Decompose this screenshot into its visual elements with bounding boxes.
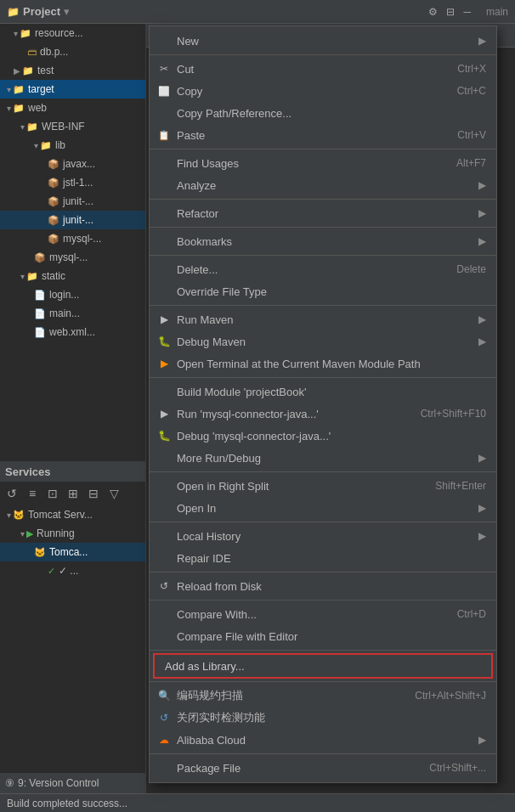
menu-sep-4 [150, 227, 496, 228]
menu-item-analyze[interactable]: Analyze ▶ [150, 174, 496, 196]
context-menu: New ▶ ✂ Cut Ctrl+X ⬜ Copy Ctrl+C Copy Pa… [149, 25, 497, 783]
menu-label-refactor: Refactor [177, 207, 218, 220]
vc-bar[interactable]: ⑨ 9: Version Control [0, 773, 146, 793]
services-label-tomcat: Tomcat Serv... [28, 509, 93, 521]
tree-label-webxml: web.xml... [49, 326, 95, 338]
menu-label-cut: Cut [177, 63, 194, 76]
tree-item-lib[interactable]: ▾ 📁 lib [0, 136, 145, 155]
shortcut-paste: Ctrl+V [457, 129, 486, 141]
menu-label-compare-editor: Compare File with Editor [177, 630, 297, 643]
collapse-icon[interactable]: ─ [463, 6, 471, 18]
menu-item-build-module[interactable]: Build Module 'projectBook' [150, 381, 496, 403]
services-add-icon[interactable]: ⊞ [65, 485, 82, 502]
menu-item-copy-path[interactable]: Copy Path/Reference... [150, 102, 496, 124]
menu-item-more-run[interactable]: More Run/Debug ▶ [150, 447, 496, 469]
menu-item-realtime-detect[interactable]: ↺ 关闭实时检测功能 [150, 707, 496, 729]
menu-item-debug-mysql[interactable]: 🐛 Debug 'mysql-connector-java...' [150, 425, 496, 447]
menu-item-coding-scan[interactable]: 🔍 编码规约扫描 Ctrl+Alt+Shift+J [150, 685, 496, 707]
services-tree-item-check[interactable]: ✓ ✓ ... [0, 561, 145, 580]
running-icon: ▶ [26, 528, 33, 539]
terminal-icon: ▶ [156, 356, 172, 371]
tree-item-mysql2[interactable]: 📦 mysql-... [0, 248, 145, 267]
tree-item-webinf[interactable]: ▾ 📁 WEB-INF [0, 117, 145, 136]
debug-maven-icon: 🐛 [156, 334, 172, 349]
coding-scan-icon: 🔍 [156, 688, 172, 703]
tree-label-main2: main... [49, 307, 80, 319]
services-remove-icon[interactable]: ⊟ [85, 485, 102, 502]
copy-icon: ⬜ [156, 83, 172, 99]
tree-item-login[interactable]: 📄 login... [0, 285, 145, 304]
dropdown-arrow[interactable]: ▾ [64, 5, 70, 18]
menu-label-more-run: More Run/Debug [177, 452, 261, 465]
menu-item-local-history[interactable]: Local History ▶ [150, 525, 496, 547]
arrow-more-run: ▶ [478, 452, 486, 464]
services-tree-item-running[interactable]: ▾ ▶ Running [0, 524, 145, 543]
jar-icon-javax: 📦 [48, 159, 59, 170]
menu-item-delete[interactable]: Delete... Delete [150, 258, 496, 280]
tree-item-junit2[interactable]: 📦 junit-... [0, 211, 145, 229]
menu-item-run-mysql[interactable]: ▶ Run 'mysql-connector-java...' Ctrl+Shi… [150, 403, 496, 425]
run-maven-icon: ▶ [156, 312, 172, 327]
menu-label-add-library: Add as Library... [165, 660, 245, 673]
tree-item-mysql1[interactable]: 📦 mysql-... [0, 229, 145, 248]
services-filter-icon[interactable]: ▽ [105, 485, 122, 502]
tree-item-web[interactable]: ▾ 📁 web [0, 99, 145, 117]
jar-icon-junit2: 📦 [48, 215, 59, 226]
shortcut-find-usages: Alt+F7 [456, 157, 486, 169]
tree-item-dbp[interactable]: 🗃 db.p... [0, 42, 145, 61]
status-bar: Build completed success... [0, 793, 515, 812]
tree-item-main2[interactable]: 📄 main... [0, 304, 145, 323]
menu-item-bookmarks[interactable]: Bookmarks ▶ [150, 230, 496, 252]
services-tree-item-tomca-instance[interactable]: 🐱 Tomca... [0, 543, 145, 561]
folder-icon-test: 📁 [22, 65, 34, 76]
tree-label-jstl: jstl-1... [63, 177, 93, 189]
menu-item-reload-disk[interactable]: ↺ Reload from Disk [150, 575, 496, 597]
jar-icon-mysql2: 📦 [34, 252, 46, 263]
menu-item-debug-maven[interactable]: 🐛 Debug Maven ▶ [150, 330, 496, 352]
tree-item-target[interactable]: ▾ 📁 target [0, 80, 145, 99]
menu-item-alibaba-cloud[interactable]: ☁ Alibaba Cloud ▶ [150, 729, 496, 751]
tree-label-login: login... [49, 289, 79, 301]
menu-item-run-maven[interactable]: ▶ Run Maven ▶ [150, 308, 496, 330]
tree-item-test[interactable]: ▶ 📁 test [0, 61, 145, 80]
filter-icon[interactable]: ⚙ [428, 6, 438, 18]
menu-item-open-in[interactable]: Open In ▶ [150, 497, 496, 519]
check-icon: ✓ [48, 566, 55, 577]
menu-label-local-history: Local History [177, 530, 241, 543]
menu-item-cut[interactable]: ✂ Cut Ctrl+X [150, 58, 496, 80]
layout-icon[interactable]: ⊟ [446, 6, 455, 18]
menu-item-override-file-type[interactable]: Override File Type [150, 280, 496, 302]
services-refresh-icon[interactable]: ↺ [3, 485, 20, 502]
tree-item-javax[interactable]: 📦 javax... [0, 155, 145, 173]
services-menu-icon[interactable]: ≡ [24, 485, 41, 502]
menu-sep-11 [150, 600, 496, 601]
menu-item-compare-editor[interactable]: Compare File with Editor [150, 625, 496, 647]
tree-item-jstl[interactable]: 📦 jstl-1... [0, 173, 145, 192]
menu-item-find-usages[interactable]: Find Usages Alt+F7 [150, 152, 496, 174]
shortcut-compare-with: Ctrl+D [457, 608, 486, 620]
cut-icon: ✂ [156, 61, 172, 76]
menu-item-open-terminal[interactable]: ▶ Open Terminal at the Current Maven Mod… [150, 352, 496, 375]
menu-item-copy[interactable]: ⬜ Copy Ctrl+C [150, 80, 496, 102]
menu-item-package-file[interactable]: Package File Ctrl+Shift+... [150, 757, 496, 779]
menu-item-open-right-split[interactable]: Open in Right Split Shift+Enter [150, 475, 496, 497]
menu-item-refactor[interactable]: Refactor ▶ [150, 202, 496, 224]
shortcut-package-file: Ctrl+Shift+... [429, 762, 486, 774]
menu-item-compare-with[interactable]: Compare With... Ctrl+D [150, 603, 496, 625]
menu-item-repair-ide[interactable]: Repair IDE [150, 547, 496, 569]
services-tree-item-tomcat[interactable]: ▾ 🐱 Tomcat Serv... [0, 505, 145, 524]
shortcut-cut: Ctrl+X [457, 63, 486, 75]
tree-item-webxml[interactable]: 📄 web.xml... [0, 323, 145, 341]
services-layout-icon[interactable]: ⊡ [44, 485, 61, 502]
arrow-debug-maven: ▶ [478, 336, 486, 347]
tree-item-static[interactable]: ▾ 📁 static [0, 267, 145, 285]
services-toolbar: ↺ ≡ ⊡ ⊞ ⊟ ▽ [0, 482, 146, 505]
project-title: Project [23, 5, 60, 18]
arrow-open-in: ▶ [478, 502, 486, 514]
menu-item-paste[interactable]: 📋 Paste Ctrl+V [150, 124, 496, 146]
tree-item-junit1[interactable]: 📦 junit-... [0, 192, 145, 211]
menu-item-new[interactable]: New ▶ [150, 30, 496, 52]
alibaba-icon: ☁ [156, 732, 172, 747]
menu-item-add-library[interactable]: Add as Library... [153, 653, 493, 679]
tree-item-resources[interactable]: ▾ 📁 resource... [0, 24, 145, 42]
